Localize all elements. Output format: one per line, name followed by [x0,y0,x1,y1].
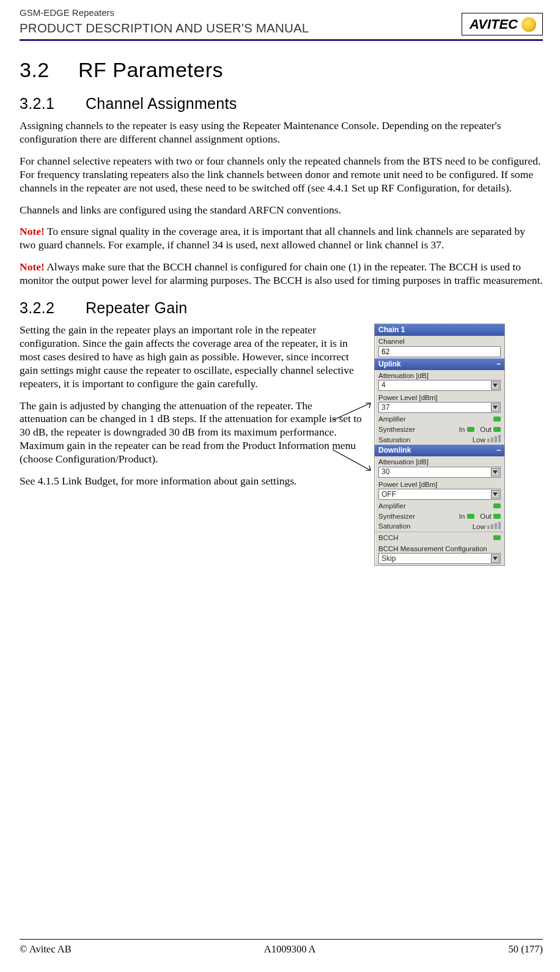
saturation-label: Saturation [378,522,410,530]
subsection-1-heading: 3.2.1Channel Assignments [20,94,543,113]
sub2-paragraph-3: See 4.1.5 Link Budget, for more informat… [20,475,362,488]
status-led-icon [493,427,501,432]
uplink-atten-value: 4 [381,380,386,390]
downlink-atten-row: Attenuation [dB] 30 [375,456,504,478]
arrow-icon [331,402,380,494]
page-footer: © Avitec AB A1009300 A 50 (177) [20,939,543,956]
header-divider [20,39,543,41]
svg-marker-5 [493,492,498,496]
channel-row: Channel [375,336,504,358]
header-left: GSM-EDGE Repeaters PRODUCT DESCRIPTION A… [20,7,309,35]
saturation-value: Low [473,522,501,531]
bcch-config-row: BCCH Measurement Configuration Skip [375,543,504,565]
note-label: Note! [20,225,45,237]
chevron-down-icon [491,381,499,390]
downlink-atten-value: 30 [381,467,389,477]
brand-logo-text: AVITEC [470,16,518,33]
document-title: PRODUCT DESCRIPTION AND USER'S MANUAL [20,20,309,36]
sub2-paragraph-1: Setting the gain in the repeater plays a… [20,324,362,390]
uplink-power-select[interactable]: 37 [378,402,501,413]
chain-title-bar: Chain 1 [375,324,504,336]
synth-inout: In Out [459,512,501,521]
footer-document-id: A1009300 A [264,943,316,956]
bcch-label: BCCH [378,533,399,542]
status-led-icon [467,427,474,432]
footer-copyright: © Avitec AB [20,943,72,956]
status-led-icon [493,503,501,508]
status-led-icon [493,535,501,540]
section-title: RF Parameters [78,58,223,81]
footer-divider [20,939,543,940]
chevron-down-icon [491,468,499,477]
svg-line-0 [333,403,370,420]
out-label: Out [480,513,492,520]
downlink-atten-label: Attenuation [dB] [378,458,501,466]
saturation-low: Low [473,523,485,530]
synth-inout: In Out [459,425,501,434]
brand-logo: AVITEC [462,13,543,36]
section-number: 3.2 [20,57,78,83]
note-2-text: Always make sure that the BCCH channel i… [20,261,543,286]
level-bars-icon [487,522,501,529]
saturation-label: Saturation [378,436,410,444]
subsection-2-number: 3.2.2 [20,299,86,317]
svg-marker-4 [493,470,498,474]
synth-label: Synthesizer [378,425,415,434]
bcch-config-label: BCCH Measurement Configuration [378,544,501,553]
status-led-icon [493,417,501,421]
product-line: GSM-EDGE Repeaters [20,7,309,19]
channel-label: Channel [378,337,501,346]
footer-row: © Avitec AB A1009300 A 50 (177) [20,943,543,956]
uplink-atten-select[interactable]: 4 [378,380,501,391]
level-bars-icon [487,435,501,442]
uplink-atten-row: Attenuation [dB] 4 [375,370,504,392]
synth-label: Synthesizer [378,512,415,521]
out-label: Out [480,426,492,433]
note-1-text: To ensure signal quality in the coverage… [20,225,525,251]
page-header: GSM-EDGE Repeaters PRODUCT DESCRIPTION A… [20,7,543,35]
amplifier-label: Amplifier [378,502,406,510]
collapse-icon[interactable]: − [496,446,501,455]
note-label: Note! [20,261,45,273]
footer-page-number: 50 (177) [509,943,543,956]
in-label: In [459,513,465,520]
channel-input[interactable] [378,346,501,357]
uplink-title-bar: Uplink − [375,358,504,370]
bcch-config-select[interactable]: Skip [378,553,501,564]
saturation-low: Low [473,436,485,443]
subsection-1-number: 3.2.1 [20,94,86,113]
subsection-2-text-column: Setting the gain in the repeater plays a… [20,324,362,497]
saturation-value: Low [473,435,501,444]
svg-marker-3 [493,406,498,409]
downlink-amplifier-status: Amplifier [375,501,504,511]
uplink-power-row: Power Level [dBm] 37 [375,392,504,414]
downlink-power-select[interactable]: OFF [378,489,501,500]
chevron-down-icon [491,490,499,499]
downlink-power-value: OFF [381,490,396,499]
uplink-atten-label: Attenuation [dB] [378,371,501,380]
subsection-2-title: Repeater Gain [86,299,188,316]
downlink-title: Downlink [378,446,411,455]
status-led-icon [467,514,474,519]
chevron-down-icon [491,554,499,563]
sub1-paragraph-3: Channels and links are configured using … [20,204,543,217]
sub2-paragraph-2: The gain is adjusted by changing the att… [20,399,362,466]
subsection-2-body: Setting the gain in the repeater plays a… [20,324,543,566]
bcch-status: BCCH [375,532,504,543]
callout-arrows [331,402,380,469]
uplink-power-value: 37 [381,403,389,412]
downlink-synth-status: Synthesizer In Out [375,511,504,521]
uplink-title: Uplink [378,360,401,369]
downlink-atten-select[interactable]: 30 [378,467,501,478]
sun-icon [521,17,536,32]
collapse-icon[interactable]: − [496,360,501,369]
downlink-power-row: Power Level [dBm] OFF [375,479,504,501]
svg-line-1 [333,450,370,470]
downlink-saturation-status: Saturation Low [375,521,504,532]
bcch-config-value: Skip [381,554,396,563]
sub1-note-1: Note! To ensure signal quality in the co… [20,225,543,252]
uplink-amplifier-status: Amplifier [375,414,504,424]
svg-marker-6 [493,557,498,560]
downlink-title-bar: Downlink − [375,445,504,456]
status-led-icon [493,514,501,519]
